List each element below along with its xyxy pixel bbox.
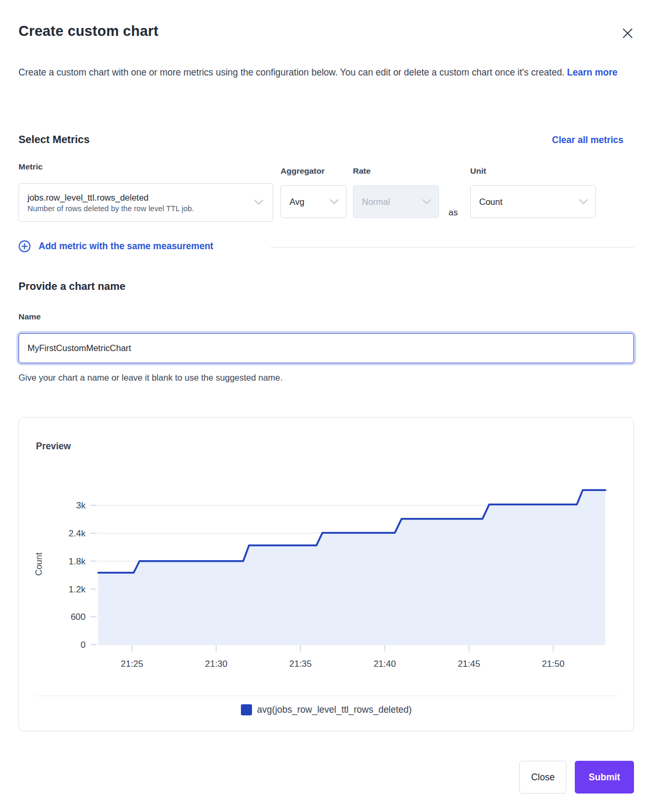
unit-select[interactable]: Count [470, 185, 596, 218]
description-text: Create a custom chart with one or more m… [18, 67, 564, 78]
svg-text:0: 0 [81, 640, 86, 650]
name-helper-text: Give your chart a name or leave it blank… [18, 373, 283, 383]
svg-text:2.4k: 2.4k [69, 528, 86, 539]
chevron-down-icon [579, 197, 588, 207]
svg-text:21:30: 21:30 [205, 659, 228, 669]
svg-text:21:40: 21:40 [374, 659, 396, 669]
select-metrics-heading: Select Metrics [18, 134, 90, 146]
metrics-section-header: Select Metrics Clear all metrics [18, 134, 623, 146]
rate-select-disabled: Normal [353, 185, 439, 218]
svg-text:21:35: 21:35 [289, 659, 312, 669]
preview-chart-svg: 06001.2k1.8k2.4k3k21:2521:3021:3521:4021… [19, 418, 635, 732]
metric-selected-value: jobs.row_level_ttl.rows_deleted [27, 193, 194, 203]
legend-series-label: avg(jobs_row_level_ttl_rows_deleted) [257, 704, 412, 715]
svg-text:1.2k: 1.2k [69, 584, 86, 594]
add-metric-button[interactable]: Add metric with the same measurement [18, 240, 213, 252]
svg-text:1.8k: 1.8k [69, 556, 86, 566]
chevron-down-icon [422, 197, 431, 207]
svg-text:3k: 3k [76, 501, 86, 511]
submit-button[interactable]: Submit [575, 761, 634, 794]
metric-field-label: Metric [18, 162, 43, 172]
rate-field-label: Rate [353, 166, 371, 176]
unit-selected-value: Count [479, 197, 502, 207]
svg-text:21:45: 21:45 [458, 659, 480, 669]
section-divider [270, 247, 634, 248]
close-button[interactable] [617, 23, 638, 44]
clear-all-metrics-link[interactable]: Clear all metrics [552, 135, 623, 146]
svg-text:600: 600 [71, 612, 86, 622]
aggregator-field-label: Aggregator [281, 166, 325, 176]
chart-name-heading: Provide a chart name [18, 280, 125, 292]
name-field-label: Name [18, 312, 41, 322]
name-input[interactable] [18, 333, 634, 363]
svg-text:21:25: 21:25 [121, 659, 144, 669]
aggregator-selected-value: Avg [290, 197, 304, 207]
dialog-description: Create a custom chart with one or more m… [18, 62, 622, 83]
aggregator-select[interactable]: Avg [281, 185, 347, 218]
close-footer-button[interactable]: Close [519, 761, 566, 794]
preview-card: Preview 06001.2k1.8k2.4k3k21:2521:3021:3… [18, 417, 634, 731]
close-icon [622, 27, 633, 41]
chevron-down-icon [254, 198, 263, 207]
chevron-down-icon [330, 197, 339, 207]
legend-swatch-icon [241, 704, 252, 715]
learn-more-link[interactable]: Learn more [567, 67, 617, 78]
as-label: as [449, 207, 458, 218]
metric-select-texts: jobs.row_level_ttl.rows_deleted Number o… [27, 193, 194, 213]
dialog-title: Create custom chart [18, 23, 158, 40]
create-custom-chart-dialog: Create custom chart Create a custom char… [0, 0, 653, 812]
svg-text:Count: Count [34, 552, 43, 575]
metric-select[interactable]: jobs.row_level_ttl.rows_deleted Number o… [18, 183, 273, 222]
plus-circle-icon [18, 240, 31, 252]
svg-text:21:50: 21:50 [542, 659, 565, 669]
add-metric-label: Add metric with the same measurement [39, 241, 213, 252]
unit-field-label: Unit [470, 166, 486, 176]
metric-description: Number of rows deleted by the row level … [27, 204, 194, 213]
chart-legend: avg(jobs_row_level_ttl_rows_deleted) [19, 704, 633, 715]
rate-selected-value: Normal [362, 197, 390, 207]
